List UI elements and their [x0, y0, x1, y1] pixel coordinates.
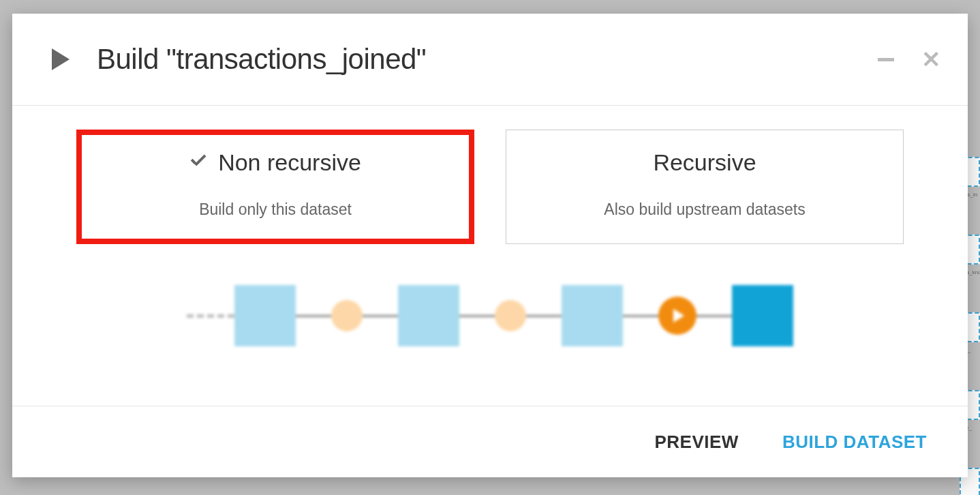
play-icon — [52, 48, 70, 70]
option-desc-text: Also build upstream datasets — [520, 200, 889, 219]
option-title-text: Non recursive — [218, 149, 361, 176]
checkmark-icon — [189, 156, 209, 170]
pipeline-connector — [696, 315, 732, 317]
modal-header: Build "transactions_joined" ✕ — [12, 14, 968, 106]
option-recursive[interactable]: Recursive Also build upstream datasets — [506, 130, 904, 244]
pipeline-dataset-node — [562, 285, 623, 346]
pipeline-connector — [363, 315, 398, 317]
modal-body: Non recursive Build only this dataset Re… — [12, 106, 968, 406]
pipeline-preview-diagram — [76, 285, 904, 346]
build-modal: Build "transactions_joined" ✕ Non recurs… — [12, 14, 968, 477]
pipeline-leading-dash — [187, 314, 234, 318]
modal-footer: PREVIEW BUILD DATASET — [12, 406, 968, 477]
pipeline-connector — [459, 315, 495, 317]
pipeline-build-recipe-node — [658, 297, 696, 335]
option-desc-text: Build only this dataset — [91, 200, 460, 219]
option-title-text: Recursive — [653, 149, 756, 176]
pipeline-connector — [296, 315, 331, 317]
pipeline-recipe-node — [495, 300, 526, 331]
pipeline-connector — [623, 315, 658, 317]
pipeline-dataset-node — [234, 285, 296, 346]
pipeline-target-dataset-node — [732, 285, 793, 346]
preview-button[interactable]: PREVIEW — [655, 432, 739, 453]
build-dataset-button[interactable]: BUILD DATASET — [782, 432, 927, 453]
modal-title: Build "transactions_joined" — [97, 43, 426, 76]
option-non-recursive[interactable]: Non recursive Build only this dataset — [76, 130, 474, 244]
pipeline-connector — [526, 315, 562, 317]
close-icon[interactable]: ✕ — [921, 48, 940, 71]
pipeline-dataset-node — [398, 285, 459, 346]
build-mode-options: Non recursive Build only this dataset Re… — [76, 130, 904, 244]
minimize-icon[interactable] — [878, 58, 894, 61]
pipeline-recipe-node — [331, 300, 363, 331]
